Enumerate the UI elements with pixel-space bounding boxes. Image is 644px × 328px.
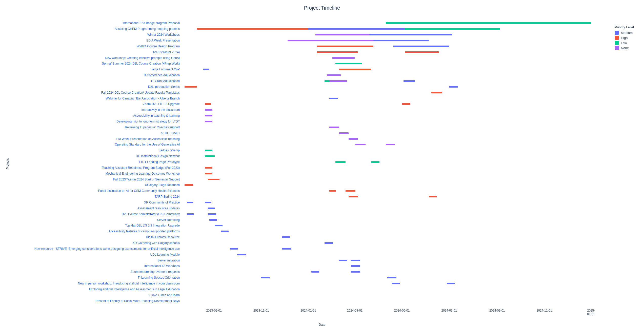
gantt-bar[interactable] <box>349 138 358 140</box>
gantt-bar[interactable] <box>329 98 338 99</box>
gantt-bar[interactable] <box>208 179 219 180</box>
project-label: Large Enrolment CoP <box>151 68 180 71</box>
chart-title: Project Timeline <box>0 5 644 11</box>
legend-item[interactable]: High <box>615 36 634 40</box>
project-label: Assisting CHEM Programming mapping proce… <box>115 27 180 31</box>
gantt-bar[interactable] <box>317 51 358 53</box>
gantt-bar[interactable] <box>187 213 194 215</box>
x-tick-label: 2024-09-01 <box>489 309 505 312</box>
gantt-bar[interactable] <box>329 127 339 128</box>
gantt-bar[interactable] <box>351 260 360 261</box>
gantt-bar[interactable] <box>386 144 395 145</box>
project-label: Top Hat-D2L LTI 1.3 Integration Upgrade <box>125 224 180 227</box>
gantt-bar[interactable] <box>431 92 442 93</box>
project-label: Assessment resources updates <box>137 207 180 210</box>
gantt-bar[interactable] <box>311 271 319 273</box>
gantt-bar[interactable] <box>327 74 341 76</box>
x-axis-label: Date <box>0 323 644 326</box>
gantt-bar[interactable] <box>205 121 213 122</box>
gantt-bar[interactable] <box>205 167 213 169</box>
gantt-bar[interactable] <box>187 202 193 203</box>
legend-label: Medium <box>621 31 633 35</box>
gantt-bar[interactable] <box>205 202 211 203</box>
legend-swatch <box>615 31 619 35</box>
gantt-bar[interactable] <box>351 265 360 267</box>
gantt-bar[interactable] <box>185 86 197 88</box>
gantt-bar[interactable] <box>317 46 373 47</box>
project-label: TL Grant Adjudication <box>151 79 180 83</box>
gantt-bar[interactable] <box>205 150 213 151</box>
legend-item[interactable]: Low <box>615 41 634 45</box>
gantt-bar[interactable] <box>405 28 500 30</box>
project-label: Interactivity in the classroom <box>142 108 180 112</box>
project-label: Zoom-D2L LTI 1.3 Upgrade <box>143 102 180 106</box>
gantt-bar[interactable] <box>393 46 449 47</box>
gantt-bar[interactable] <box>205 115 213 116</box>
gantt-bar[interactable] <box>339 69 371 70</box>
gantt-bar[interactable] <box>405 51 439 53</box>
gantt-bar[interactable] <box>205 173 213 174</box>
gantt-bar[interactable] <box>215 225 223 226</box>
gantt-bar[interactable] <box>392 283 400 284</box>
x-tick-label: 2024-01-01 <box>300 309 316 312</box>
project-label: D2L Course Administrator (CA) Community <box>122 212 180 216</box>
gantt-bar[interactable] <box>349 196 358 197</box>
gantt-bar[interactable] <box>205 109 213 111</box>
gantt-bar[interactable] <box>371 161 380 163</box>
gantt-bar[interactable] <box>282 248 291 250</box>
gantt-bar[interactable] <box>447 283 455 284</box>
gantt-bar[interactable] <box>230 248 238 250</box>
legend-label: Low <box>621 41 627 45</box>
gantt-bar[interactable] <box>346 190 356 192</box>
project-label: W2024 Course Design Program <box>137 45 180 48</box>
gantt-bar[interactable] <box>205 103 211 105</box>
project-label: EDIA Week Presentation <box>146 39 180 42</box>
gantt-bar[interactable] <box>329 190 336 192</box>
gantt-bar[interactable] <box>208 208 215 209</box>
gantt-bar[interactable] <box>429 196 437 197</box>
gantt-bar[interactable] <box>355 144 366 145</box>
project-label: D2L Introduction Series <box>148 85 180 89</box>
gantt-bar[interactable] <box>261 277 270 278</box>
legend-item[interactable]: Medium <box>615 31 634 35</box>
gantt-bar[interactable] <box>325 242 333 244</box>
gantt-bar[interactable] <box>373 40 429 41</box>
gantt-bar[interactable] <box>282 236 290 238</box>
gantt-bar[interactable] <box>387 277 397 278</box>
gantt-bar[interactable] <box>209 219 217 221</box>
project-label: Zoom feature improvement requests <box>131 270 180 274</box>
gantt-bar[interactable] <box>351 271 360 273</box>
project-label: Panel discussion on AI for CSM Community… <box>98 189 180 193</box>
gantt-bar[interactable] <box>402 103 411 105</box>
project-label: Fall 2024 D2L Course Creation/ Update Fa… <box>101 91 180 94</box>
gantt-bar[interactable] <box>339 132 349 134</box>
gantt-bar[interactable] <box>339 260 347 261</box>
project-label: Badges revamp <box>158 149 180 152</box>
gantt-bar[interactable] <box>449 86 458 88</box>
bars-layer <box>182 20 600 304</box>
gantt-bar[interactable] <box>185 184 193 186</box>
legend: Priority Level MediumHighLowNone <box>615 25 634 51</box>
gantt-bar[interactable] <box>205 155 215 157</box>
gantt-bar[interactable] <box>335 161 346 163</box>
gantt-bar[interactable] <box>335 63 362 64</box>
gantt-bar[interactable] <box>404 80 415 82</box>
project-label: International TAs Badge program Proposal <box>123 21 180 25</box>
legend-item[interactable]: None <box>615 46 634 50</box>
gantt-bar[interactable] <box>208 213 216 215</box>
project-label: TARP Spring 2024 <box>155 195 180 198</box>
legend-swatch <box>615 41 619 45</box>
gantt-bar[interactable] <box>369 34 452 35</box>
gantt-bar[interactable] <box>386 22 592 24</box>
project-label: TARP (Winter 2024) <box>153 50 180 54</box>
project-label: EDI Week Presentation on Accessible Teac… <box>116 137 180 141</box>
legend-title: Priority Level <box>615 25 634 29</box>
project-label: TI Learning Spaces Orientation <box>138 276 180 279</box>
gantt-bar[interactable] <box>329 80 347 82</box>
gantt-bar[interactable] <box>308 28 420 30</box>
gantt-bar[interactable] <box>221 231 229 232</box>
gantt-bar[interactable] <box>237 254 246 255</box>
gantt-bar[interactable] <box>332 57 355 59</box>
x-tick-label: 2024-03-01 <box>347 309 363 312</box>
gantt-bar[interactable] <box>203 69 209 70</box>
